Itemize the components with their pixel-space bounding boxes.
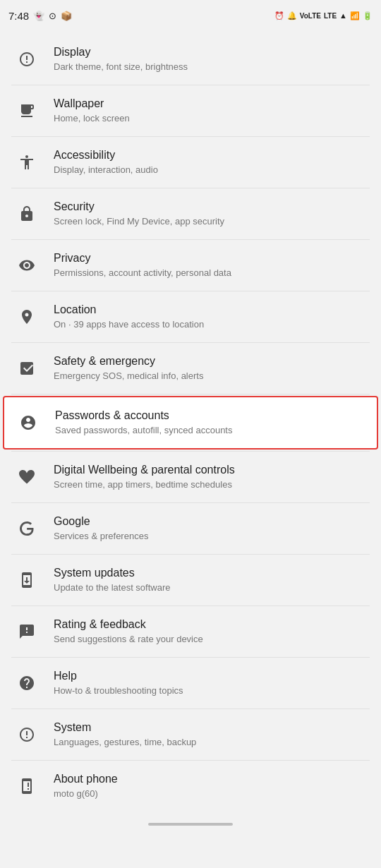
wellbeing-text: Digital Wellbeing & parental controls Sc…: [42, 463, 370, 491]
wallpaper-text: Wallpaper Home, lock screen: [42, 97, 370, 125]
location-title: Location: [54, 303, 370, 318]
wallpaper-subtitle: Home, lock screen: [54, 113, 370, 125]
location-icon: [11, 301, 42, 332]
google-title: Google: [54, 514, 370, 529]
about-subtitle: moto g(60): [54, 788, 370, 800]
setting-item-about[interactable]: About phone moto g(60): [0, 761, 381, 812]
setting-item-wellbeing[interactable]: Digital Wellbeing & parental controls Sc…: [0, 452, 381, 502]
wellbeing-title: Digital Wellbeing & parental controls: [54, 463, 370, 478]
safety-subtitle: Emergency SOS, medical info, alerts: [54, 370, 370, 382]
setting-item-accessibility[interactable]: Accessibility Display, interaction, audi…: [0, 137, 381, 188]
security-title: Security: [54, 200, 370, 215]
system-updates-icon: [11, 565, 42, 596]
setting-item-location[interactable]: Location On · 39 apps have access to loc…: [0, 291, 381, 342]
setting-item-privacy[interactable]: Privacy Permissions, account activity, p…: [0, 240, 381, 291]
about-title: About phone: [54, 772, 370, 787]
google-subtitle: Services & preferences: [54, 531, 370, 543]
about-text: About phone moto g(60): [42, 772, 370, 800]
status-right: ⏰ 🔔 VoLTE LTE ▲ 📶 🔋: [274, 11, 373, 20]
status-bar: 7:48 👻 ⊙ 📦 ⏰ 🔔 VoLTE LTE ▲ 📶 🔋: [0, 0, 381, 31]
setting-item-display[interactable]: Display Dark theme, font size, brightnes…: [0, 34, 381, 85]
snapchat-icon: 👻: [33, 11, 44, 21]
nav-bar: [0, 814, 381, 834]
help-title: Help: [54, 669, 370, 684]
volume-icon: 🔔: [287, 11, 297, 20]
setting-item-system[interactable]: System Languages, gestures, time, backup: [0, 709, 381, 760]
nav-pill: [148, 823, 233, 826]
passwords-title: Passwords & accounts: [55, 409, 368, 423]
signal-icon: ▲: [339, 11, 347, 20]
setting-item-system-updates[interactable]: System updates Update to the latest soft…: [0, 555, 381, 605]
about-icon: [11, 771, 42, 802]
display-title: Display: [54, 45, 370, 60]
location-text: Location On · 39 apps have access to loc…: [42, 303, 370, 331]
passwords-text: Passwords & accounts Saved passwords, au…: [44, 409, 368, 437]
display-icon: [11, 44, 42, 75]
wallpaper-icon: [11, 95, 42, 126]
alarm-icon: ⏰: [274, 11, 284, 20]
passwords-icon: [13, 407, 44, 438]
privacy-subtitle: Permissions, account activity, personal …: [54, 267, 370, 279]
setting-item-passwords[interactable]: Passwords & accounts Saved passwords, au…: [3, 396, 378, 450]
settings-list: Display Dark theme, font size, brightnes…: [0, 31, 381, 814]
battery-icon: 🔋: [363, 11, 373, 20]
rating-text: Rating & feedback Send suggestions & rat…: [42, 617, 370, 646]
status-left: 7:48 👻 ⊙ 📦: [8, 10, 72, 22]
setting-item-wallpaper[interactable]: Wallpaper Home, lock screen: [0, 85, 381, 136]
box-icon: 📦: [61, 11, 72, 21]
setting-item-google[interactable]: Google Services & preferences: [0, 503, 381, 554]
setting-item-safety[interactable]: Safety & emergency Emergency SOS, medica…: [0, 343, 381, 394]
lte-icon: LTE: [324, 12, 337, 20]
setting-item-security[interactable]: Security Screen lock, Find My Device, ap…: [0, 188, 381, 239]
accessibility-icon: [11, 147, 42, 178]
help-icon: [11, 668, 42, 699]
rating-title: Rating & feedback: [54, 617, 370, 632]
system-updates-subtitle: Update to the latest software: [54, 582, 370, 594]
status-time: 7:48: [8, 10, 29, 22]
wallpaper-title: Wallpaper: [54, 97, 370, 111]
wifi-icon: 📶: [350, 11, 360, 20]
safety-title: Safety & emergency: [54, 354, 370, 369]
privacy-icon: [11, 250, 42, 281]
security-text: Security Screen lock, Find My Device, ap…: [42, 200, 370, 228]
wellbeing-icon: [11, 462, 42, 493]
system-updates-text: System updates Update to the latest soft…: [42, 566, 370, 594]
system-subtitle: Languages, gestures, time, backup: [54, 737, 370, 749]
help-subtitle: How-to & troubleshooting topics: [54, 685, 370, 697]
setting-item-rating[interactable]: Rating & feedback Send suggestions & rat…: [0, 606, 381, 657]
display-text: Display Dark theme, font size, brightnes…: [42, 45, 370, 73]
volte-icon: VoLTE: [300, 12, 321, 20]
setting-item-help[interactable]: Help How-to & troubleshooting topics: [0, 658, 381, 709]
system-text: System Languages, gestures, time, backup: [42, 721, 370, 749]
google-icon: [11, 513, 42, 544]
safety-text: Safety & emergency Emergency SOS, medica…: [42, 354, 370, 382]
system-title: System: [54, 721, 370, 735]
system-icon: [11, 719, 42, 750]
rating-subtitle: Send suggestions & rate your device: [54, 634, 370, 646]
security-icon: [11, 198, 42, 229]
privacy-text: Privacy Permissions, account activity, p…: [42, 251, 370, 279]
accessibility-text: Accessibility Display, interaction, audi…: [42, 148, 370, 176]
accessibility-title: Accessibility: [54, 148, 370, 163]
security-subtitle: Screen lock, Find My Device, app securit…: [54, 216, 370, 228]
accessibility-subtitle: Display, interaction, audio: [54, 164, 370, 176]
rating-icon: [11, 616, 42, 647]
shazam-icon: ⊙: [49, 11, 56, 21]
location-subtitle: On · 39 apps have access to location: [54, 319, 370, 331]
wellbeing-subtitle: Screen time, app timers, bedtime schedul…: [54, 479, 370, 491]
help-text: Help How-to & troubleshooting topics: [42, 669, 370, 697]
display-subtitle: Dark theme, font size, brightness: [54, 61, 370, 73]
system-updates-title: System updates: [54, 566, 370, 581]
safety-icon: [11, 353, 42, 384]
passwords-subtitle: Saved passwords, autofill, synced accoun…: [55, 425, 368, 437]
privacy-title: Privacy: [54, 251, 370, 266]
google-text: Google Services & preferences: [42, 514, 370, 543]
